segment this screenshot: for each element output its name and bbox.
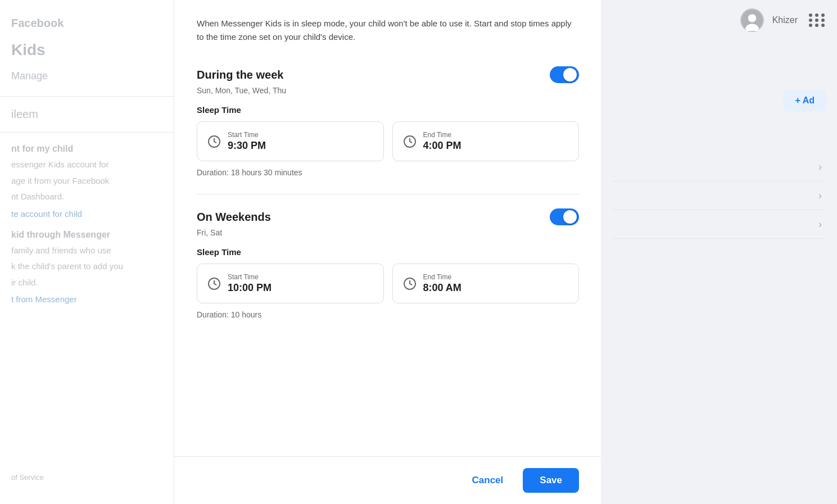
add-button[interactable]: + Ad [784,90,826,111]
sidebar-messenger-link[interactable]: t from Messenger [11,294,162,304]
week-start-time-info: Start Time 9:30 PM [228,131,266,152]
section-divider [197,194,579,194]
week-start-clock-icon [207,135,221,148]
week-end-time-value: 4:00 PM [423,140,462,152]
dot-3 [821,13,825,17]
sidebar-manage-label: Manage [0,65,174,88]
sidebar-child-name: ileem [0,105,174,124]
right-nav-items: › › › [601,153,837,239]
sidebar-facebook-label: Facebook [0,11,174,41]
sidebar-account-line3: nt Dashboard. [11,190,162,203]
weekend-section-days: Fri, Sat [197,228,579,237]
avatar-icon [741,10,763,31]
weekend-start-clock-icon [207,277,221,290]
weekend-section-title: On Weekends [197,211,271,224]
nav-item-2[interactable]: › [612,181,826,210]
chevron-right-icon-1: › [815,161,826,172]
right-header: Khizer [601,0,837,40]
avatar [740,8,764,32]
chevron-right-icon-3: › [815,219,826,230]
sidebar-terms: of Service [11,473,44,482]
sidebar-messenger-line3: ir child. [11,276,162,289]
username-label: Khizer [772,15,798,25]
add-button-label: + Ad [795,96,815,106]
week-toggle[interactable] [550,66,579,83]
weekend-section: On Weekends Fri, Sat Sleep Time Start Ti… [197,208,579,319]
weekend-time-inputs: Start Time 10:00 PM End Time 8:00 AM [197,264,579,303]
nav-item-1[interactable]: › [612,153,826,181]
week-end-time-label: End Time [423,131,462,139]
week-end-time-box[interactable]: End Time 4:00 PM [392,121,580,161]
dot-6 [821,19,825,22]
dot-5 [815,19,818,22]
week-section: During the week Sun, Mon, Tue, Wed, Thu … [197,66,579,177]
weekend-end-clock-icon [403,277,417,290]
week-start-time-label: Start Time [228,131,266,139]
weekend-end-time-info: End Time 8:00 AM [423,273,462,294]
dot-4 [809,19,812,22]
description-text: When Messenger Kids is in sleep mode, yo… [197,17,579,44]
dot-9 [821,24,825,27]
week-section-days: Sun, Mon, Tue, Wed, Thu [197,86,579,95]
right-background: Khizer + Ad › › › [601,0,837,504]
weekend-start-time-box[interactable]: Start Time 10:00 PM [197,264,384,303]
week-section-header: During the week [197,66,579,83]
svg-point-5 [748,14,755,22]
weekend-start-time-value: 10:00 PM [228,282,272,294]
week-sleep-time-label: Sleep Time [197,105,579,115]
weekend-section-header: On Weekends [197,208,579,225]
panel-footer: Cancel Save [174,456,601,504]
panel-content: When Messenger Kids is in sleep mode, yo… [174,0,601,456]
weekend-end-time-box[interactable]: End Time 8:00 AM [392,264,580,303]
week-duration: Duration: 18 hours 30 minutes [197,168,579,177]
sidebar: Facebook Kids Manage ileem nt for my chi… [0,0,174,504]
weekend-toggle[interactable] [550,208,579,225]
sidebar-divider-2 [0,132,174,133]
sidebar-account-line2: age it from your Facebook [11,175,162,188]
sidebar-account-line1: essenger Kids account for [11,158,162,171]
week-start-time-box[interactable]: Start Time 9:30 PM [197,121,384,161]
cancel-button[interactable]: Cancel [461,468,515,493]
sidebar-account-title: nt for my child [11,144,162,154]
weekend-start-time-info: Start Time 10:00 PM [228,273,272,294]
week-start-time-value: 9:30 PM [228,140,266,152]
sidebar-messenger-line1: family and friends who use [11,244,162,257]
weekend-end-time-value: 8:00 AM [423,282,462,294]
weekend-duration: Duration: 10 hours [197,310,579,319]
dot-7 [809,24,812,27]
weekend-sleep-time-label: Sleep Time [197,247,579,257]
week-time-inputs: Start Time 9:30 PM End Time 4:00 PM [197,121,579,161]
sidebar-messenger-title: kid through Messenger [11,230,162,240]
weekend-start-time-label: Start Time [228,273,272,281]
weekend-end-time-label: End Time [423,273,462,281]
sidebar-account-section: nt for my child essenger Kids account fo… [0,144,174,219]
week-section-title: During the week [197,69,283,81]
dot-2 [815,13,818,17]
week-end-clock-icon [403,135,417,148]
sidebar-kids-label: Kids [0,41,174,65]
chevron-right-icon-2: › [815,190,826,201]
week-end-time-info: End Time 4:00 PM [423,131,462,152]
main-panel: When Messenger Kids is in sleep mode, yo… [174,0,601,504]
dot-8 [815,24,818,27]
dot-1 [809,13,812,17]
sidebar-messenger-line2: k the child's parent to add you [11,260,162,273]
save-button[interactable]: Save [523,468,579,493]
more-options-icon[interactable] [809,13,826,27]
sidebar-divider-1 [0,96,174,97]
nav-item-3[interactable]: › [612,210,826,239]
sidebar-create-link[interactable]: te account for child [11,209,162,219]
sidebar-messenger-section: kid through Messenger family and friends… [0,230,174,305]
